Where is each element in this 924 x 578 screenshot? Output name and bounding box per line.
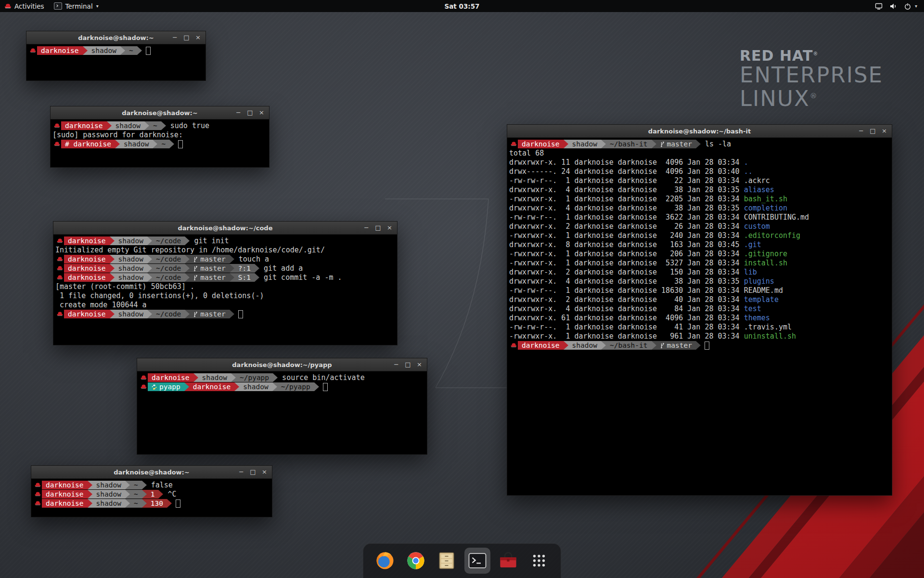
terminal-content[interactable]: darknoiseshadow~ bbox=[26, 44, 205, 57]
maximize-button[interactable]: □ bbox=[183, 31, 190, 44]
terminal-text: -rw-rw-r--. 1 darknoise darknoise 22 Jan… bbox=[509, 176, 770, 185]
terminal-window-code[interactable]: darknoise@shadow:~/code − □ × darknoises… bbox=[53, 221, 398, 345]
powerline-arrow-icon bbox=[147, 255, 152, 263]
terminal-line: [master (root-commit) 50bcb63] . bbox=[55, 282, 395, 291]
terminal-line: darknoiseshadow~/pyapp source bin/activa… bbox=[139, 373, 425, 382]
maximize-button[interactable]: □ bbox=[870, 125, 876, 137]
firefox-icon bbox=[375, 551, 395, 571]
desktop: RED HAT® ENTERPRISE LINUX® Activities Te… bbox=[0, 0, 924, 578]
power-menu-button[interactable]: ▾ bbox=[904, 2, 917, 10]
terminal-line: drwxrwxr-x. 8 darknoise darknoise 163 Ja… bbox=[509, 240, 890, 250]
terminal-content[interactable]: darknoiseshadow~ falsedarknoiseshadow~1 … bbox=[31, 479, 272, 510]
terminal-window-pyapp[interactable]: darknoise@shadow:~/pyapp − □ × darknoise… bbox=[137, 358, 427, 455]
terminal-text: drwxrwxr-x. 8 darknoise darknoise 163 Ja… bbox=[509, 240, 744, 250]
terminal-content[interactable]: darknoiseshadow~/bash-itmaster ls -latot… bbox=[507, 138, 892, 352]
terminal-text: drwxrwxr-x. 4 darknoise darknoise 38 Jan… bbox=[509, 277, 744, 286]
redhat-logo-icon bbox=[5, 4, 11, 9]
close-button[interactable]: × bbox=[195, 31, 201, 44]
terminal-line: drwx------. 24 darknoise darknoise 4096 … bbox=[509, 167, 890, 176]
prompt-segment-gitst: ?:1 bbox=[234, 264, 255, 273]
dock-item-terminal[interactable] bbox=[464, 548, 490, 574]
terminal-content[interactable]: darknoiseshadow~ sudo true[sudo] passwor… bbox=[51, 119, 269, 151]
display-status-icon[interactable] bbox=[875, 2, 883, 10]
prompt-segment-git: master bbox=[656, 341, 696, 350]
terminal-window-bash-it[interactable]: darknoise@shadow:~/bash-it − □ × darknoi… bbox=[507, 124, 892, 496]
dock-item-files[interactable] bbox=[434, 548, 460, 574]
maximize-button[interactable]: □ bbox=[405, 358, 411, 371]
minimize-button[interactable]: − bbox=[238, 466, 244, 478]
prompt-segment-host: shadow bbox=[198, 373, 231, 382]
prompt-segment-venv: pyapp bbox=[148, 382, 184, 391]
prompt-segment-host: shadow bbox=[568, 140, 601, 148]
window-titlebar[interactable]: darknoise@shadow:~/code − □ × bbox=[53, 222, 397, 235]
dock-item-toolbox[interactable] bbox=[495, 548, 521, 574]
activities-button[interactable]: Activities bbox=[5, 2, 44, 10]
prompt-segment-git: master bbox=[190, 310, 229, 318]
prompt-segment-path: ~ bbox=[157, 140, 169, 148]
dock-item-show-applications[interactable] bbox=[526, 548, 552, 574]
terminal-line: darknoiseshadow~/bash-itmaster bbox=[509, 341, 890, 350]
prompt-segment-path: ~/code bbox=[152, 264, 185, 273]
terminal-window-home-1[interactable]: darknoise@shadow:~ − □ × darknoiseshadow… bbox=[26, 31, 206, 81]
window-titlebar[interactable]: darknoise@shadow:~/pyapp − □ × bbox=[137, 358, 427, 371]
redhat-icon bbox=[139, 382, 148, 391]
window-titlebar[interactable]: darknoise@shadow:~/bash-it − □ × bbox=[507, 125, 892, 138]
terminal-line: -rwxrwxr-x. 1 darknoise darknoise 961 Ja… bbox=[509, 332, 890, 341]
minimize-button[interactable]: − bbox=[172, 31, 178, 44]
prompt-segment-user: darknoise bbox=[42, 490, 88, 499]
close-button[interactable]: × bbox=[258, 106, 265, 119]
cursor-block bbox=[238, 310, 243, 318]
terminal-text: .gitignore bbox=[744, 250, 787, 259]
app-menu-terminal[interactable]: Terminal ▾ bbox=[54, 2, 99, 10]
minimize-button[interactable]: − bbox=[363, 222, 370, 234]
maximize-button[interactable]: □ bbox=[247, 106, 253, 119]
brand-linux: LINUX® bbox=[740, 87, 883, 111]
powerline-arrow-icon bbox=[185, 310, 190, 318]
close-button[interactable]: × bbox=[881, 125, 887, 137]
redhat-icon bbox=[33, 481, 42, 489]
powerline-arrow-icon bbox=[273, 373, 278, 382]
minimize-button[interactable]: − bbox=[235, 106, 242, 119]
window-titlebar[interactable]: darknoise@shadow:~ − □ × bbox=[31, 466, 272, 479]
window-titlebar[interactable]: darknoise@shadow:~ − □ × bbox=[51, 106, 269, 119]
prompt-segment-host: shadow bbox=[88, 46, 120, 55]
close-button[interactable]: × bbox=[386, 222, 393, 234]
powerline-arrow-icon bbox=[153, 140, 157, 148]
powerline-arrow-icon bbox=[107, 121, 112, 130]
terminal-window-sudo[interactable]: darknoise@shadow:~ − □ × darknoiseshadow… bbox=[50, 106, 270, 168]
volume-icon[interactable] bbox=[889, 2, 897, 10]
terminal-text: -rw-rw-r--. 1 darknoise darknoise 3622 J… bbox=[509, 213, 809, 222]
dock-item-chrome[interactable] bbox=[403, 548, 429, 574]
terminal-text: bash_it.sh bbox=[744, 195, 787, 204]
maximize-button[interactable]: □ bbox=[375, 222, 381, 234]
prompt-segment-gitst: S:1 bbox=[234, 273, 255, 282]
powerline-arrow-icon bbox=[110, 236, 115, 245]
app-grid-icon bbox=[530, 552, 548, 570]
terminal-text: drwxrwxr-x. 11 darknoise darknoise 4096 … bbox=[509, 158, 744, 167]
terminal-line: pyappdarknoiseshadow~/pyapp bbox=[139, 382, 425, 392]
clock[interactable]: Sat 03:57 bbox=[445, 2, 480, 10]
powerline-arrow-icon bbox=[158, 490, 163, 499]
toolbox-icon bbox=[498, 551, 518, 571]
terminal-text: ^C bbox=[163, 490, 176, 499]
window-titlebar[interactable]: darknoise@shadow:~ − □ × bbox=[26, 31, 205, 44]
terminal-content[interactable]: darknoiseshadow~/pyapp source bin/activa… bbox=[137, 371, 427, 394]
maximize-button[interactable]: □ bbox=[250, 466, 256, 478]
terminal-window-home-2[interactable]: darknoise@shadow:~ − □ × darknoiseshadow… bbox=[31, 465, 272, 517]
prompt-segment-path: ~ bbox=[125, 46, 137, 55]
redhat-icon bbox=[55, 310, 64, 318]
terminal-text: -rw-rw-r--. 1 darknoise darknoise 18630 … bbox=[509, 286, 783, 295]
terminal-content[interactable]: darknoiseshadow~/code git initInitialize… bbox=[53, 235, 397, 321]
close-button[interactable]: × bbox=[416, 358, 423, 371]
prompt-segment-exit: 130 bbox=[147, 499, 167, 508]
terminal-text: aliases bbox=[744, 185, 774, 195]
terminal-line: drwxrwxr-x. 4 darknoise darknoise 84 Jan… bbox=[509, 304, 890, 314]
close-button[interactable]: × bbox=[261, 466, 268, 478]
prompt-segment-path: ~ bbox=[130, 481, 142, 489]
minimize-button[interactable]: − bbox=[858, 125, 864, 137]
minimize-button[interactable]: − bbox=[393, 358, 399, 371]
terminal-text: install.sh bbox=[744, 259, 787, 268]
dock-item-firefox[interactable] bbox=[372, 548, 398, 574]
terminal-line: darknoiseshadow~/code git init bbox=[55, 236, 395, 246]
powerline-arrow-icon bbox=[255, 264, 259, 273]
